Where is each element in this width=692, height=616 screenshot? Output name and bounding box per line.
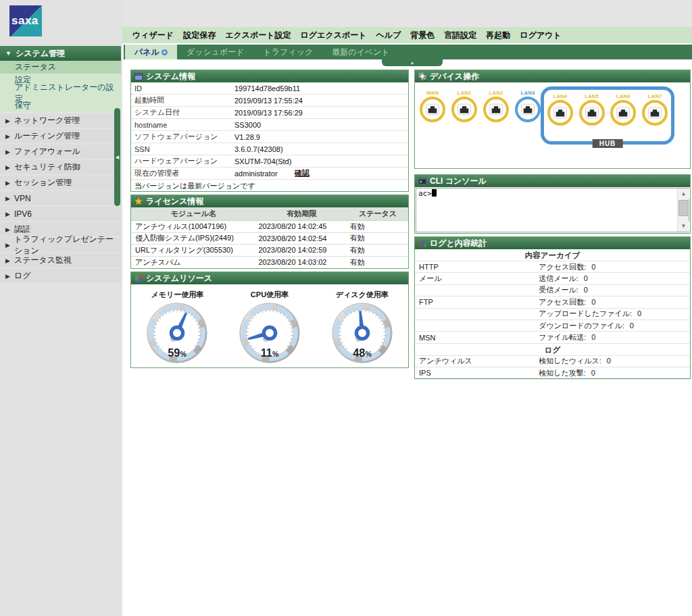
sidebar-group-ファイアウォール[interactable]: ▶ファイアウォール [0, 145, 121, 159]
app-window: saxa ウィザード設定保存エクスポート設定ログエクスポートヘルプ背景色言語設定… [0, 0, 692, 616]
logstats-row: 受信メール:0 [415, 285, 690, 297]
port-LAN6[interactable]: LAN6 [608, 93, 639, 126]
cli-title: CLI コンソール [430, 176, 487, 187]
confirm-link[interactable]: 確認 [295, 168, 310, 178]
port-LAN2[interactable]: LAN2 [480, 89, 512, 122]
gauge-ディスク使用率: ディスク使用率48% [318, 288, 407, 368]
port-jack [642, 100, 668, 126]
sidebar-group-トラフィックプレゼンテーション[interactable]: ▶トラフィックプレゼンテーション [0, 238, 121, 252]
license-table-header: モジュール名有効期限ステータス [131, 207, 408, 221]
sidebar-item-ステータス[interactable]: ステータス [0, 61, 121, 74]
license-header: ライセンス情報 [131, 195, 408, 207]
logstats-stat-value: 0 [607, 357, 611, 365]
port-jack [420, 97, 445, 122]
chevron-right-icon: ▶ [5, 257, 10, 264]
license-status: 有効 [347, 233, 408, 243]
system-info-table: ID199714d78ed59b11起動時間2019/09/13 17:55:2… [131, 82, 408, 192]
gauge-label: メモリー使用率 [132, 290, 222, 300]
port-label: LAN7 [639, 93, 670, 100]
port-LAN7[interactable]: LAN7 [639, 93, 670, 126]
system-info-value: 2019/09/13 17:55:24 [234, 97, 405, 105]
menubar-item-ログエクスポート[interactable]: ログエクスポート [296, 30, 372, 41]
logstats-category: アンチウィルス [415, 356, 539, 366]
logstats-stat-label: アクセス回数: [539, 298, 586, 306]
tabbar-collapse-handle[interactable]: ▲ [382, 59, 443, 66]
menubar-item-エクスポート設定[interactable]: エクスポート設定 [220, 30, 295, 41]
hub-label: HUB [593, 139, 623, 148]
license-status: 有効 [347, 257, 408, 267]
system-info-row: ID199714d78ed59b11 [131, 82, 408, 95]
cli-scrollbar[interactable]: ▲ ▼ [677, 188, 689, 232]
logstats-row: ダウンロードのファイル:0 [415, 320, 690, 332]
menubar-item-ログアウト[interactable]: ログアウト [515, 30, 566, 41]
menubar-item-ヘルプ[interactable]: ヘルプ [372, 30, 406, 41]
sidebar-group-セキュリティ防御[interactable]: ▶セキュリティ防御 [0, 160, 121, 174]
resources-panel: システムリソース メモリー使用率59%CPU使用率11%ディスク使用率48% [130, 272, 409, 368]
license-col-header: モジュール名 [131, 209, 256, 219]
logstats-stat-label: 送信メール: [539, 274, 578, 282]
logstats-row: アンチウィルス検知したウィルス:0 [415, 356, 690, 367]
menubar-item-再起動[interactable]: 再起動 [481, 30, 515, 41]
gauge-dial: 11% [225, 301, 314, 368]
port-LAN5[interactable]: LAN5 [576, 93, 608, 126]
gauge-svg: 48% [330, 301, 395, 365]
chevron-right-icon: ▶ [5, 180, 10, 186]
cli-console[interactable]: ac> ▲ ▼ [416, 188, 689, 232]
port-LAN3[interactable]: LAN3 [512, 89, 543, 122]
menubar-item-ウィザード[interactable]: ウィザード [128, 30, 178, 41]
sidebar-group-label: ファイアウォール [14, 146, 80, 157]
port-label: WAN [417, 89, 448, 97]
sidebar-collapse-handle[interactable]: ◀ [114, 108, 120, 206]
saxa-logo-text: saxa [11, 14, 39, 28]
sidebar-group-ログ[interactable]: ▶ログ [0, 269, 121, 283]
sidebar-group-ネットワーク管理[interactable]: ▶ネットワーク管理 [0, 113, 121, 128]
port-LAN1[interactable]: LAN1 [449, 89, 480, 122]
menubar-item-言語設定[interactable]: 言語設定 [439, 30, 481, 41]
menubar-item-背景色[interactable]: 背景色 [405, 30, 439, 41]
tab-トラフィック[interactable]: トラフィック [254, 45, 323, 59]
menubar-item-設定保存[interactable]: 設定保存 [178, 30, 220, 41]
ethernet-jack-icon [616, 106, 631, 120]
sidebar-group-システム管理[interactable]: ▼システム管理 [0, 46, 121, 61]
resources-title: システムリソース [146, 273, 212, 284]
sidebar: ▼システム管理ステータス設定アドミニストレーターの設定保守▶ネットワーク管理▶ル… [0, 46, 121, 284]
gauges-row: メモリー使用率59%CPU使用率11%ディスク使用率48% [131, 284, 408, 368]
system-info-value: administrator [234, 170, 405, 178]
logstats-row: FTPアクセス回数:0 [415, 297, 690, 308]
port-WAN[interactable]: WAN [417, 89, 448, 122]
sidebar-group-label: システム管理 [16, 48, 65, 59]
license-table: モジュール名有効期限ステータスアンチウィルス(10047196)2023/08/… [131, 207, 408, 268]
scroll-down-icon[interactable]: ▼ [678, 221, 689, 232]
port-label: LAN3 [512, 89, 543, 97]
chevron-right-icon: ▶ [5, 149, 10, 155]
system-info-label: ID [134, 84, 234, 93]
port-LAN4[interactable]: LAN4 [545, 93, 576, 126]
scrollbar-thumb[interactable] [678, 200, 688, 216]
logstats-barchart-icon [418, 239, 427, 247]
cli-header: > CLI コンソール [415, 175, 690, 187]
logstats-section-header: 内容アーカイブ [415, 249, 690, 261]
logstats-row: HTTPアクセス回数:0 [415, 261, 690, 273]
license-expiry: 2023/08/20 14:02:45 [256, 222, 347, 230]
chevron-right-icon: ▶ [5, 273, 10, 280]
ethernet-jack-icon [489, 103, 503, 116]
tab-最新のイベント[interactable]: 最新のイベント [322, 45, 399, 59]
port-label: LAN1 [449, 89, 480, 97]
gauge-CPU使用率: CPU使用率11% [225, 288, 314, 368]
sidebar-group-IPV6[interactable]: ▶IPV6 [0, 207, 121, 221]
logstats-row: IPS検知した攻撃:0 [415, 367, 690, 379]
sidebar-group-label: セッション管理 [14, 177, 72, 188]
scroll-up-icon[interactable]: ▲ [678, 188, 689, 199]
devices-title: デバイス操作 [430, 71, 479, 82]
chevron-right-icon: ▶ [5, 226, 10, 233]
license-expiry: 2023/08/20 14:02:54 [256, 234, 347, 242]
sidebar-group-label: ログ [14, 270, 31, 282]
sidebar-group-セッション管理[interactable]: ▶セッション管理 [0, 176, 121, 190]
license-module: 侵入防御システム(IPS)(2449) [131, 233, 256, 243]
sidebar-group-VPN[interactable]: ▶VPN [0, 191, 121, 205]
logstats-stat: ダウンロードのファイル:0 [539, 321, 690, 331]
tab-ダッシュボード[interactable]: ダッシュボード [177, 45, 254, 59]
tab-パネル[interactable]: パネル+ [125, 45, 177, 59]
sidebar-group-ルーティング管理[interactable]: ▶ルーティング管理 [0, 129, 121, 143]
sidebar-item-アドミニストレーターの設定[interactable]: アドミニストレーターの設定 [0, 86, 121, 99]
